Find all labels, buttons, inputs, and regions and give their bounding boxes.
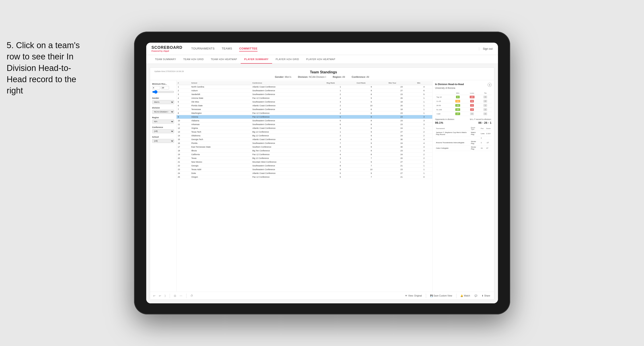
cell-rank: 1 [176,85,190,89]
table-row[interactable]: 10 Alabama Southeastern Conference 5 8 2… [176,119,432,123]
cell-conference: Pac-12 Conference [251,111,326,115]
table-row[interactable]: 17 East Tennessee State Southern Confere… [176,145,432,149]
table-row[interactable]: 19 California Pac-12 Conference 4 8 24 2 [176,153,432,157]
filter-max-input[interactable] [161,86,169,89]
clock-icon[interactable]: ⏱ [190,294,194,298]
undo-icon[interactable]: ↩ [153,294,156,298]
filter-school-group: School (All) [152,136,174,143]
tourn-name: Jackson T. Stephens Cup Men's Match-Play… [435,131,470,136]
sub-nav-player-h2h-grid[interactable]: PLAYER H2H GRID [272,55,303,64]
filter-conference-select[interactable]: (All) [152,129,174,133]
cell-conference: Pac-12 Conference [251,96,326,100]
panel-body: Minimum Rou... Gender [150,80,494,292]
cell-conference: Pac-12 Conference [251,153,326,157]
cell-win: 2 [416,157,432,160]
view-original-btn[interactable]: 👁 View: Original [404,294,423,297]
forward-icon[interactable]: ⟩ [164,294,166,298]
nav-committee[interactable]: COMMITTEE [239,46,258,51]
filter-slider[interactable] [152,90,174,94]
cell-rds: 23 [387,93,416,96]
table-row[interactable]: 18 Illinois Big Ten Conference 1 9 23 3 [176,149,432,153]
filter-min-input[interactable] [152,86,160,89]
wlt-row: 99.1% 86 - 26 - 1 [435,121,492,124]
cell-reg-rank: 1 [325,149,355,153]
cell-school: Auburn [190,89,251,93]
h2h-close-button[interactable]: ✕ [488,83,492,87]
sign-out-button[interactable]: Sign out [483,47,492,50]
table-row[interactable]: 13 Texas Tech Big 12 Conference 1 9 27 2 [176,130,432,134]
cell-rds: 23 [387,111,416,115]
cell-win: 1 [416,104,432,108]
table-row[interactable]: 1 North Carolina Atlantic Coast Conferen… [176,85,432,89]
table-row[interactable]: 20 Texas Big 12 Conference 3 7 20 2 [176,157,432,160]
logo-text: SCOREBOARD [152,45,182,50]
table-row[interactable]: 22 Georgia Southeastern Conference 8 7 2… [176,164,432,168]
cell-win: 1 [416,111,432,115]
table-row[interactable]: 8 Washington Pac-12 Conference 2 8 23 1 [176,111,432,115]
table-row[interactable]: 6 Florida State Atlantic Coast Conferenc… [176,104,432,108]
cell-rds: 23 [387,123,416,126]
table-row[interactable]: 4 Arizona State Pac-12 Conference 4 9 26… [176,96,432,100]
table-row[interactable]: 25 Oregon Pac-12 Conference 5 7 21 0 [176,175,432,179]
sub-nav-team-summary[interactable]: TEAM SUMMARY [152,55,180,64]
sub-nav-team-h2h-grid[interactable]: TEAM H2H GRID [180,55,207,64]
tourn-pos: 11 [480,145,486,151]
cell-rds: 27 [387,130,416,134]
table-row[interactable]: 11 Arkansas Southeastern Conference 6 8 … [176,123,432,126]
cell-conf-rank: 9 [355,96,387,100]
table-row[interactable]: 15 Georgia Tech Atlantic Coast Conferenc… [176,138,432,141]
more-icon[interactable]: ⋯ [179,294,183,298]
cell-win: 1 [416,164,432,168]
redo-icon[interactable]: ↩ [158,294,162,298]
cell-reg-rank: 5 [325,175,355,179]
table-row[interactable]: 3 Vanderbilt Southeastern Conference 2 8… [176,93,432,96]
sub-nav-player-summary[interactable]: PLAYER SUMMARY [241,55,272,64]
comment-btn[interactable]: 💬 [473,294,478,297]
table-row[interactable]: 21 New Mexico Mountain West Conference 1… [176,160,432,164]
filter-school-select[interactable]: (All) [152,139,174,143]
cell-conference: Southeastern Conference [251,164,326,168]
table-row[interactable]: 16 Florida Southeastern Conference 7 9 2… [176,141,432,145]
table-row[interactable]: 7 Tennessee Southeastern Conference 4 6 … [176,108,432,111]
cell-win: 1 [416,96,432,100]
h2h-range: 11-25 [435,99,451,103]
cell-school: Oklahoma [190,134,251,138]
wlt-label: W-L-T record in-division: [470,118,492,120]
nav-teams[interactable]: TEAMS [222,46,232,51]
table-row[interactable]: 14 Oklahoma Big 12 Conference 2 9 24 2 [176,134,432,138]
cell-school: Arizona State [190,96,251,100]
save-custom-btn[interactable]: 💾 Save Custom View [429,294,454,297]
cell-conf-rank: 9 [355,160,387,164]
logo-sub: Powered by clippd [152,50,182,52]
sign-out-area: Sign out [479,47,492,50]
tournament-row: Cabo Collegiate Stroke Play 11 17 [435,145,492,151]
cell-win: 2 [416,153,432,157]
cell-win: 0 [416,175,432,179]
sub-nav-player-h2h-heatmap[interactable]: PLAYER H2H HEATMAP [303,55,339,64]
cell-school: Texas Tech [190,130,251,134]
cell-reg-rank: 3 [325,100,355,104]
filter-division-select[interactable]: NCAA Division I [152,110,174,114]
table-row[interactable]: 12 Virginia Atlantic Coast Conference 3 … [176,126,432,130]
cell-reg-rank: 3 [325,157,355,160]
table-row[interactable]: 23 Texas A&M Southeastern Conference 9 1… [176,168,432,172]
filter-region-select[interactable]: N/A [152,120,174,124]
tourn-type: Match Play [470,131,480,136]
table-row[interactable]: 9 Arizona Pac-12 Conference 5 8 23 3 [176,115,432,119]
watch-btn[interactable]: 🔔 Watch [459,294,472,297]
cell-rds: 27 [387,172,416,175]
sub-nav-team-h2h-heatmap[interactable]: TEAM H2H HEATMAP [207,55,241,64]
filter-region-label: Region [152,116,174,119]
table-row[interactable]: 5 Ole Miss Southeastern Conference 3 6 1… [176,100,432,104]
cell-win: 4 [416,141,432,145]
tournament-row: Jackson T. Stephens Cup Men's Match-Play… [435,131,492,136]
nav-tournaments[interactable]: TOURNAMENTS [191,46,215,51]
cell-rank: 7 [176,108,190,111]
filter-gender-select[interactable]: Men's [152,100,174,104]
share-btn[interactable]: ⬆ Share [480,294,492,297]
h2h-team-name: University of Arizona [435,87,492,89]
tools-icon[interactable]: ⊡ [174,294,176,298]
table-row[interactable]: 24 Duke Atlantic Coast Conference 5 9 27… [176,172,432,175]
table-row[interactable]: 2 Auburn Southeastern Conference 1 9 27 … [176,89,432,93]
cell-reg-rank: 5 [325,115,355,119]
